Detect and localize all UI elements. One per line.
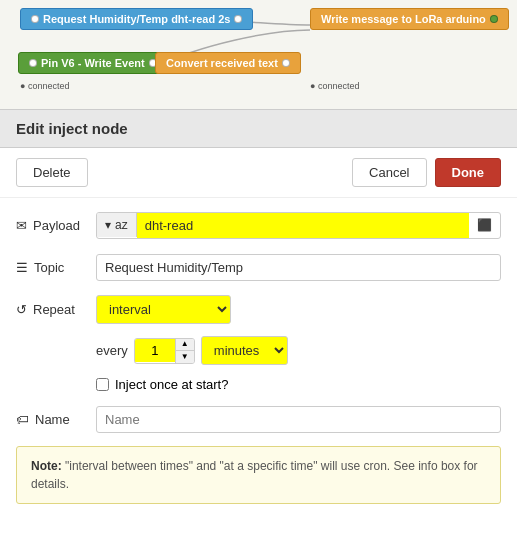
note-prefix: Note: bbox=[31, 459, 62, 473]
inject-once-checkbox[interactable] bbox=[96, 378, 109, 391]
name-label: 🏷 Name bbox=[16, 412, 96, 427]
node-label: Write message to LoRa arduino bbox=[321, 13, 486, 25]
payload-wrapper: ▾ az ⬛ bbox=[96, 212, 501, 239]
inject-once-row: Inject once at start? bbox=[16, 377, 501, 392]
stepper-down-button[interactable]: ▼ bbox=[176, 351, 194, 363]
edit-panel-header: Edit inject node bbox=[0, 110, 517, 148]
node-convert-text[interactable]: Convert received text bbox=[155, 52, 301, 74]
repeat-row: ↺ Repeat interval none between times at … bbox=[16, 294, 501, 324]
connected-label: ● connected bbox=[310, 81, 359, 91]
inject-once-label: Inject once at start? bbox=[115, 377, 228, 392]
payload-row: ✉ Payload ▾ az ⬛ bbox=[16, 210, 501, 240]
done-button[interactable]: Done bbox=[435, 158, 502, 187]
node-write-lora[interactable]: Write message to LoRa arduino bbox=[310, 8, 509, 30]
tag-icon: 🏷 bbox=[16, 412, 29, 427]
edit-panel-title: Edit inject node bbox=[16, 120, 128, 137]
node-output-dot bbox=[234, 15, 242, 23]
action-buttons: Cancel Done bbox=[352, 158, 501, 187]
node-label: Request Humidity/Temp dht-read 2s bbox=[43, 13, 230, 25]
delete-button[interactable]: Delete bbox=[16, 158, 88, 187]
topic-label: ☰ Topic bbox=[16, 260, 96, 275]
envelope-icon: ✉ bbox=[16, 218, 27, 233]
form-body: ✉ Payload ▾ az ⬛ ☰ Topic ↺ bbox=[0, 198, 517, 516]
topic-input[interactable] bbox=[96, 254, 501, 281]
node-input-dot bbox=[29, 59, 37, 67]
payload-type-arrow: ▾ bbox=[105, 218, 111, 232]
every-row: every ▲ ▼ minutes seconds hours days bbox=[16, 336, 501, 365]
node-request-humidity[interactable]: Request Humidity/Temp dht-read 2s bbox=[20, 8, 253, 30]
stepper-up-button[interactable]: ▲ bbox=[176, 339, 194, 351]
cancel-button[interactable]: Cancel bbox=[352, 158, 426, 187]
flow-canvas: Request Humidity/Temp dht-read 2s Write … bbox=[0, 0, 517, 110]
payload-label: ✉ Payload bbox=[16, 218, 96, 233]
payload-type-label: az bbox=[115, 218, 128, 232]
name-row: 🏷 Name bbox=[16, 404, 501, 434]
node-label: Convert received text bbox=[166, 57, 278, 69]
payload-input[interactable] bbox=[137, 213, 469, 238]
repeat-icon: ↺ bbox=[16, 302, 27, 317]
node-label: Pin V6 - Write Event bbox=[41, 57, 145, 69]
every-label: every bbox=[96, 343, 128, 358]
edit-inject-panel: Edit inject node Delete Cancel Done ✉ Pa… bbox=[0, 110, 517, 516]
edit-toolbar: Delete Cancel Done bbox=[0, 148, 517, 198]
connected-label-green: ● connected bbox=[20, 81, 69, 91]
node-output-dot bbox=[282, 59, 290, 67]
every-input-wrapper: ▲ ▼ bbox=[134, 338, 195, 364]
topic-row: ☰ Topic bbox=[16, 252, 501, 282]
repeat-select[interactable]: interval none between times at a specifi… bbox=[96, 295, 231, 324]
payload-type-button[interactable]: ▾ az bbox=[97, 213, 137, 237]
name-input[interactable] bbox=[96, 406, 501, 433]
every-input[interactable] bbox=[135, 339, 175, 362]
note-text: "interval between times" and "at a speci… bbox=[31, 459, 478, 491]
stepper: ▲ ▼ bbox=[175, 339, 194, 363]
node-connected-dot bbox=[490, 15, 498, 23]
list-icon: ☰ bbox=[16, 260, 28, 275]
minutes-select[interactable]: minutes seconds hours days bbox=[201, 336, 288, 365]
repeat-label: ↺ Repeat bbox=[16, 302, 96, 317]
note-box: Note: "interval between times" and "at a… bbox=[16, 446, 501, 504]
payload-icon-right: ⬛ bbox=[469, 214, 500, 236]
node-input-dot bbox=[31, 15, 39, 23]
node-pin-write[interactable]: Pin V6 - Write Event bbox=[18, 52, 168, 74]
